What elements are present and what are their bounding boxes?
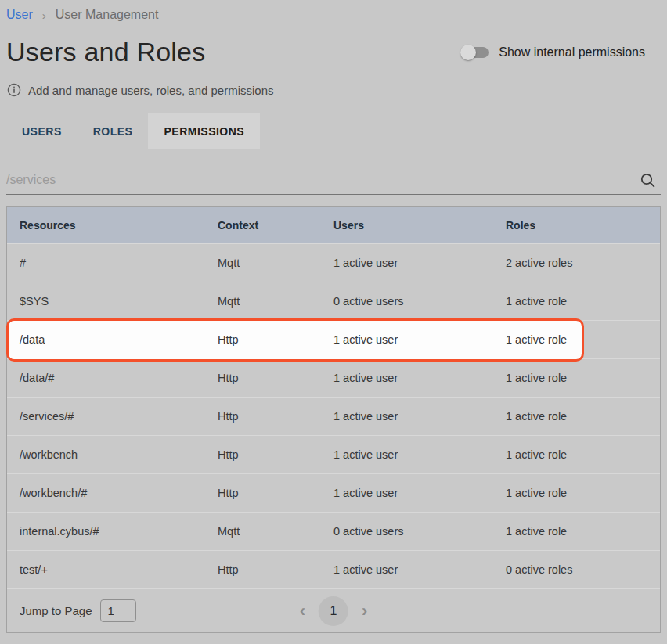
cell-users: 1 active user: [334, 487, 506, 499]
cell-context: Mqtt: [218, 295, 334, 308]
cell-roles: 1 active role: [506, 525, 660, 538]
cell-resource: /workbench/#: [20, 487, 218, 499]
cell-resource: /data/#: [20, 372, 218, 384]
table-row[interactable]: $SYS Mqtt 0 active users 1 active role: [7, 282, 660, 320]
cell-roles: 1 active role: [506, 372, 660, 384]
cell-resource: internal.cybus/#: [20, 525, 218, 538]
cell-resource: /services/#: [20, 410, 218, 423]
tab-users[interactable]: USERS: [6, 113, 78, 149]
tab-permissions[interactable]: PERMISSIONS: [148, 113, 260, 149]
column-header-context: Context: [218, 219, 334, 232]
tab-bar: USERS ROLES PERMISSIONS: [0, 113, 667, 149]
cell-context: Http: [218, 372, 334, 384]
table-row-highlighted[interactable]: /data Http 1 active user 1 active role: [7, 320, 660, 358]
cell-context: Http: [218, 410, 334, 423]
internal-permissions-toggle-group: Show internal permissions: [460, 45, 645, 60]
cell-roles: 0 active roles: [506, 563, 660, 576]
switch-thumb: [460, 45, 476, 60]
cell-roles: 1 active role: [506, 448, 660, 461]
column-header-roles: Roles: [506, 219, 660, 232]
page-description: Add and manage users, roles, and permiss…: [28, 84, 274, 97]
toggle-label: Show internal permissions: [499, 45, 645, 59]
next-page-icon[interactable]: ›: [360, 603, 369, 620]
search-bar: [6, 160, 661, 195]
cell-resource: $SYS: [20, 295, 218, 308]
table-row[interactable]: /workbench/# Http 1 active user 1 active…: [7, 473, 660, 512]
table-row[interactable]: test/+ Http 1 active user 0 active roles: [7, 550, 660, 588]
cell-context: Http: [218, 448, 334, 461]
table-footer: Jump to Page ‹ 1 ›: [7, 588, 660, 632]
cell-roles: 2 active roles: [506, 257, 660, 269]
page-description-row: Add and manage users, roles, and permiss…: [7, 83, 274, 97]
cell-roles: 1 active role: [506, 295, 660, 308]
permissions-table: Resources Context Users Roles # Mqtt 1 a…: [6, 206, 661, 633]
jump-to-page-label: Jump to Page: [20, 604, 92, 617]
cell-users: 1 active user: [334, 410, 506, 423]
cell-users: 0 active users: [334, 525, 506, 538]
table-header-row: Resources Context Users Roles: [7, 207, 660, 243]
cell-context: Http: [218, 563, 334, 576]
page-title: Users and Roles: [6, 37, 205, 67]
table-row[interactable]: /workbench Http 1 active user 1 active r…: [7, 435, 660, 473]
cell-resource: test/+: [20, 563, 218, 576]
breadcrumb-separator-icon: ›: [42, 9, 46, 21]
cell-roles: 1 active role: [506, 333, 660, 346]
search-icon[interactable]: [640, 172, 661, 194]
cell-context: Http: [218, 333, 334, 346]
cell-resource: /data: [20, 333, 218, 346]
breadcrumb-current: User Management: [56, 8, 159, 22]
cell-roles: 1 active role: [506, 487, 660, 499]
cell-roles: 1 active role: [506, 410, 660, 423]
table-row[interactable]: /data/# Http 1 active user 1 active role: [7, 358, 660, 397]
cell-users: 0 active users: [334, 295, 506, 308]
cell-context: Http: [218, 487, 334, 499]
jump-to-page-input[interactable]: [100, 599, 136, 622]
column-header-users: Users: [334, 219, 506, 232]
page-button-1[interactable]: 1: [319, 596, 348, 626]
info-icon: [7, 83, 21, 97]
cell-resource: /workbench: [20, 448, 218, 461]
pagination: ‹ 1 ›: [298, 596, 370, 626]
cell-users: 1 active user: [334, 257, 506, 269]
previous-page-icon[interactable]: ‹: [298, 603, 307, 620]
cell-context: Mqtt: [218, 257, 334, 269]
cell-users: 1 active user: [334, 563, 506, 576]
table-row[interactable]: # Mqtt 1 active user 2 active roles: [7, 243, 660, 282]
tab-roles[interactable]: ROLES: [78, 113, 149, 149]
table-row[interactable]: internal.cybus/# Mqtt 0 active users 1 a…: [7, 512, 660, 550]
show-internal-permissions-switch[interactable]: [460, 45, 489, 60]
cell-users: 1 active user: [334, 372, 506, 384]
breadcrumb: User › User Management: [6, 8, 158, 22]
cell-context: Mqtt: [218, 525, 334, 538]
cell-users: 1 active user: [334, 448, 506, 461]
table-row[interactable]: /services/# Http 1 active user 1 active …: [7, 397, 660, 435]
column-header-resources: Resources: [20, 219, 218, 232]
cell-resource: #: [20, 257, 218, 269]
search-input[interactable]: [6, 173, 640, 194]
breadcrumb-link-user[interactable]: User: [6, 8, 33, 22]
cell-users: 1 active user: [334, 333, 506, 346]
